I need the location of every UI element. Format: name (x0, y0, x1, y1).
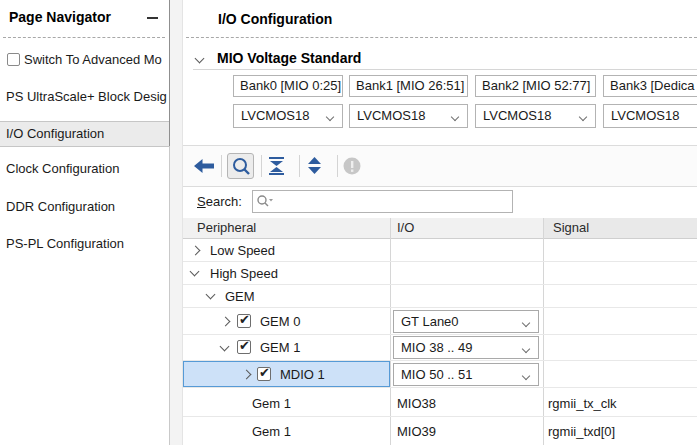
mio-voltage-section-title: MIO Voltage Standard (217, 50, 361, 66)
back-arrow-icon[interactable] (194, 159, 214, 173)
table-row-gem0[interactable]: ✔ GEM 0 GT Lane0 (183, 308, 697, 335)
bank1-label: Bank1 [MIO 26:51] (349, 75, 468, 97)
search-accel: S (197, 194, 206, 209)
table-toolbar (183, 146, 697, 186)
peripheral-label: Gem 1 (252, 424, 291, 439)
expand-arrow-icon[interactable] (191, 246, 201, 256)
advanced-mode-checkbox[interactable] (7, 53, 20, 66)
chevron-down-icon (326, 113, 334, 121)
table-row-gem1[interactable]: ✔ GEM 1 MIO 38 .. 49 (183, 335, 697, 361)
chevron-down-icon (522, 372, 530, 380)
table-row-mdio1[interactable]: ✔ MDIO 1 MIO 50 .. 51 (183, 361, 697, 388)
minimize-icon[interactable] (147, 17, 158, 19)
peripheral-label: GEM (225, 289, 255, 304)
search-toggle-button[interactable] (227, 153, 254, 179)
table-row-high-speed[interactable]: High Speed (183, 262, 697, 285)
bank0-label: Bank0 [MIO 0:25] (233, 75, 343, 97)
section-collapse-icon[interactable] (195, 54, 205, 64)
search-label-rest: earch: (206, 194, 242, 209)
chevron-down-icon (522, 345, 530, 353)
search-input[interactable] (252, 190, 513, 213)
chevron-down-icon (522, 319, 530, 327)
table-row-low-speed[interactable]: Low Speed (183, 239, 697, 262)
sidebar-item-io-configuration[interactable]: I/O Configuration (0, 121, 169, 147)
io-label: MIO38 (397, 396, 436, 411)
page-navigator-panel: Page Navigator Switch To Advanced Mo PS … (0, 0, 169, 445)
sidebar-item-clock-configuration[interactable]: Clock Configuration (0, 158, 169, 180)
bank2-voltage-value: LVCMOS18 (483, 108, 551, 123)
title-divider (186, 37, 697, 38)
peripheral-label: MDIO 1 (280, 367, 325, 382)
column-header-io[interactable]: I/O (397, 220, 414, 235)
peripheral-label: GEM 1 (260, 340, 300, 355)
page-title: I/O Configuration (218, 11, 332, 27)
page-navigator-title: Page Navigator (9, 9, 111, 25)
peripheral-label: GEM 0 (260, 314, 300, 329)
gem1-io-select[interactable]: MIO 38 .. 49 (393, 336, 539, 359)
sidebar-item-pspl-configuration[interactable]: PS-PL Configuration (0, 233, 169, 255)
alert-disabled-icon (343, 157, 361, 175)
panel-splitter[interactable] (169, 0, 183, 445)
sidebar-item-ps-ultrascale[interactable]: PS UltraScale+ Block Desig (0, 86, 169, 108)
collapse-arrow-icon[interactable] (190, 267, 200, 277)
io-value: GT Lane0 (401, 314, 459, 329)
bank2-label: Bank2 [MIO 52:77] (475, 75, 596, 97)
io-configuration-panel: I/O Configuration MIO Voltage Standard B… (183, 0, 697, 445)
bank3-label: Bank3 [Dedica (603, 75, 697, 97)
table-row-mio39[interactable]: Gem 1 MIO39 rgmii_txd[0] (183, 417, 697, 445)
bank1-voltage-value: LVCMOS18 (357, 108, 425, 123)
search-label: Search: (197, 194, 242, 209)
toolbar-separator (221, 155, 222, 177)
bank1-voltage-select[interactable]: LVCMOS18 (349, 104, 468, 128)
gem1-checkbox[interactable]: ✔ (237, 340, 251, 354)
bank0-voltage-value: LVCMOS18 (241, 108, 309, 123)
table-row-gem[interactable]: GEM (183, 285, 697, 308)
peripheral-table: Peripheral I/O Signal Low Speed High Spe… (183, 218, 697, 445)
bank3-voltage-value: LVCMOS18 (611, 108, 679, 123)
signal-label: rgmii_txd[0] (548, 424, 615, 439)
mdio1-io-select[interactable]: MIO 50 .. 51 (393, 363, 539, 386)
io-value: MIO 50 .. 51 (401, 367, 473, 382)
bank3-voltage-select[interactable]: LVCMOS18 (603, 104, 697, 128)
sidebar-item-ddr-configuration[interactable]: DDR Configuration (0, 196, 169, 218)
peripheral-label: High Speed (210, 266, 278, 281)
search-icon (231, 156, 256, 180)
expand-all-icon[interactable] (305, 156, 325, 176)
column-header-signal[interactable]: Signal (553, 220, 589, 235)
chevron-down-icon (451, 113, 459, 121)
bank2-voltage-select[interactable]: LVCMOS18 (475, 104, 596, 128)
signal-label: rgmii_tx_clk (548, 396, 617, 411)
section-underline (193, 69, 697, 70)
peripheral-label: Low Speed (210, 243, 275, 258)
sidebar-divider (3, 37, 165, 38)
bank0-voltage-select[interactable]: LVCMOS18 (233, 104, 343, 128)
io-label: MIO39 (397, 424, 436, 439)
column-header-peripheral[interactable]: Peripheral (197, 220, 256, 235)
expand-arrow-icon[interactable] (221, 317, 231, 327)
io-value: MIO 38 .. 49 (401, 340, 473, 355)
search-row: Search: (183, 187, 697, 218)
toolbar-separator (337, 155, 338, 177)
search-filter-icon[interactable] (257, 195, 275, 208)
gem0-checkbox[interactable]: ✔ (237, 314, 251, 328)
collapse-arrow-icon[interactable] (206, 290, 216, 300)
io-configuration-window: Page Navigator Switch To Advanced Mo PS … (0, 0, 697, 445)
toolbar-separator (261, 155, 262, 177)
chevron-down-icon (579, 113, 587, 121)
table-header: Peripheral I/O Signal (183, 218, 697, 239)
toolbar-separator (299, 155, 300, 177)
panel-border (169, 0, 170, 146)
mdio1-checkbox[interactable]: ✔ (257, 367, 271, 381)
table-row-mio38[interactable]: Gem 1 MIO38 rgmii_tx_clk (183, 388, 697, 417)
collapse-arrow-icon[interactable] (220, 342, 230, 352)
collapse-all-icon[interactable] (267, 156, 287, 176)
advanced-mode-label: Switch To Advanced Mo (24, 49, 169, 71)
peripheral-label: Gem 1 (252, 396, 291, 411)
gem0-io-select[interactable]: GT Lane0 (393, 310, 539, 333)
